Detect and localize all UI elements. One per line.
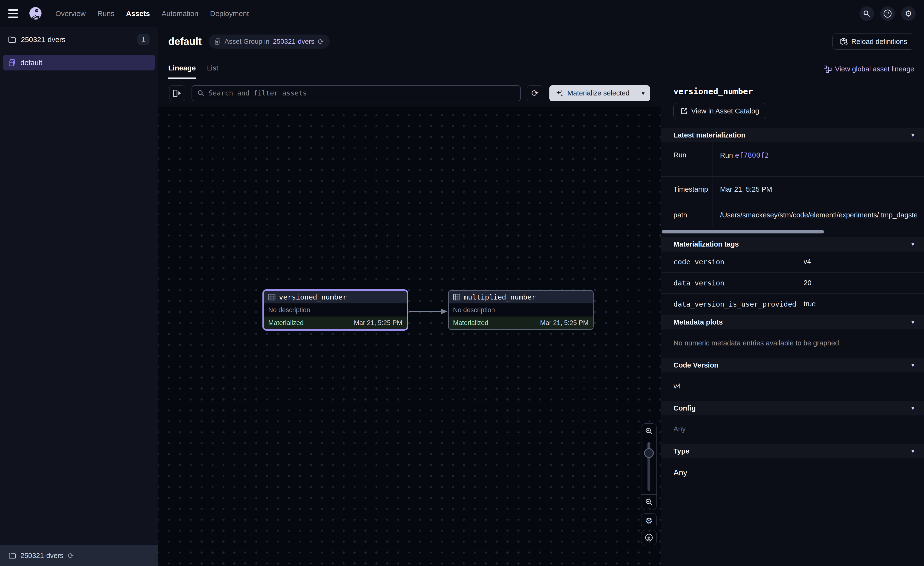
latest-materialization-table: Run Run ef7800f2 Timestamp Mar 21, 5:25 … [662, 142, 924, 228]
asset-group-badge[interactable]: Asset Group in 250321-dvers ⟳ [208, 35, 330, 48]
section-header-latest-materialization[interactable]: Latest materialization ▼ [662, 128, 924, 142]
sync-icon: ⟳ [531, 88, 539, 98]
materialize-selected-button[interactable]: Materialize selected [549, 89, 636, 98]
asset-group-badge-text: Asset Group in [225, 38, 270, 45]
zoom-slider[interactable] [641, 439, 657, 495]
row-key: Run [662, 142, 713, 176]
collapse-sidebar-button[interactable] [169, 85, 185, 101]
folder-icon [8, 36, 16, 43]
materialize-options-caret[interactable]: ▾ [636, 90, 650, 97]
reload-icon[interactable]: ⟳ [318, 38, 324, 46]
reload-definitions-label: Reload definitions [851, 38, 907, 46]
view-in-asset-catalog-label: View in Asset Catalog [691, 107, 759, 115]
search-button[interactable] [860, 6, 874, 21]
tag-value: v4 [796, 251, 924, 272]
run-id-link[interactable]: ef7800f2 [735, 151, 769, 160]
row-key: Timestamp [662, 177, 713, 202]
zoom-in-icon [645, 427, 653, 435]
settings-button[interactable]: ⚙ [901, 6, 916, 21]
refresh-graph-button[interactable]: ⟳ [527, 85, 543, 101]
sidebar-item-default-group[interactable]: default [3, 55, 155, 71]
scrollbar-thumb[interactable] [662, 230, 824, 233]
section-header-materialization-tags[interactable]: Materialization tags ▼ [662, 237, 924, 251]
dagster-logo[interactable] [28, 6, 43, 21]
panel-toggle-icon [173, 90, 182, 97]
horizontal-scrollbar[interactable] [662, 229, 924, 235]
nav-item-assets[interactable]: Assets [126, 9, 150, 18]
chevron-down-icon: ▼ [910, 132, 916, 138]
path-link[interactable]: /Users/smackesey/stm/code/elementl/exper… [720, 211, 917, 219]
table-row: Run Run ef7800f2 [662, 142, 924, 177]
help-button[interactable]: ? [880, 6, 895, 21]
asset-node-versioned-number[interactable]: versioned_number No description Material… [262, 289, 408, 331]
zoom-out-button[interactable] [641, 495, 657, 510]
section-title: Metadata plots [674, 318, 723, 326]
lineage-edge [408, 302, 449, 321]
help-icon: ? [883, 9, 892, 18]
code-version-value: v4 [662, 372, 924, 401]
nav-item-overview[interactable]: Overview [56, 9, 86, 18]
tag-key: data_version [662, 272, 796, 294]
hamburger-menu-icon[interactable] [8, 8, 20, 19]
view-global-asset-lineage-label: View global asset lineage [835, 65, 914, 73]
search-icon [863, 10, 870, 17]
download-icon [645, 533, 653, 542]
materialize-selected-split-button: Materialize selected ▾ [549, 85, 650, 101]
graph-settings-button[interactable]: ⚙ [641, 513, 657, 528]
materialize-sparkle-icon [556, 89, 564, 98]
sidebar-repo-row[interactable]: 250321-dvers 1 [0, 27, 158, 52]
tag-key: code_version [662, 251, 796, 272]
zoom-slider-thumb[interactable] [644, 448, 654, 458]
section-header-type[interactable]: Type ▼ [662, 444, 924, 458]
reload-repo-icon[interactable]: ⟳ [68, 551, 74, 560]
sidebar-footer-label: 250321-dvers [20, 552, 63, 560]
table-icon [453, 294, 460, 301]
reload-definitions-icon [840, 38, 848, 46]
asset-node-multiplied-number[interactable]: multiplied_number No description Materia… [448, 290, 594, 330]
table-row: path /Users/smackesey/stm/code/elementl/… [662, 202, 924, 228]
config-value: Any [662, 415, 924, 444]
download-graph-button[interactable] [641, 530, 657, 545]
asset-node-status-bar: Materialized Mar 21, 5:25 PM [264, 316, 406, 329]
row-value: Mar 21, 5:25 PM [713, 177, 924, 202]
row-value: Run ef7800f2 [713, 142, 924, 176]
lineage-graph-viewport[interactable]: versioned_number No description Material… [158, 107, 661, 566]
asset-node-name: versioned_number [279, 293, 346, 301]
primary-nav: Overview Runs Assets Automation Deployme… [56, 9, 249, 18]
sidebar-repo-label: 250321-dvers [21, 35, 132, 44]
nav-item-automation[interactable]: Automation [162, 9, 198, 18]
asset-group-icon [214, 38, 221, 45]
table-row: code_version v4 [662, 251, 924, 272]
tab-lineage[interactable]: Lineage [168, 64, 196, 79]
asset-count-badge: 1 [137, 34, 150, 45]
chevron-down-icon: ▼ [910, 241, 916, 248]
nav-item-deployment[interactable]: Deployment [210, 9, 249, 18]
asset-detail-title: versioned_number [674, 86, 914, 96]
reload-definitions-button[interactable]: Reload definitions [832, 33, 914, 50]
lineage-toolbar: ⟳ Materialize selected ▾ [158, 79, 661, 107]
section-header-metadata-plots[interactable]: Metadata plots ▼ [662, 315, 924, 330]
materialize-selected-label: Materialize selected [567, 89, 630, 97]
sidebar-footer-repo[interactable]: 250321-dvers ⟳ [0, 545, 158, 566]
top-nav: Overview Runs Assets Automation Deployme… [0, 0, 924, 27]
zoom-in-button[interactable] [641, 424, 657, 439]
section-title: Type [674, 447, 690, 455]
nav-item-runs[interactable]: Runs [98, 9, 114, 18]
sidebar-item-label: default [20, 59, 42, 67]
asset-group-repo-link[interactable]: 250321-dvers [273, 38, 314, 45]
page-title: default [168, 36, 202, 47]
asset-groups-sidebar: 250321-dvers 1 default 250321-dvers ⟳ [0, 27, 158, 566]
section-header-config[interactable]: Config ▼ [662, 401, 924, 415]
tab-list[interactable]: List [207, 64, 218, 79]
table-row: Timestamp Mar 21, 5:25 PM [662, 177, 924, 202]
section-header-code-version[interactable]: Code Version ▼ [662, 358, 924, 372]
view-global-asset-lineage-link[interactable]: View global asset lineage [824, 65, 914, 79]
chevron-down-icon: ▼ [910, 319, 916, 325]
asset-node-status-bar: Materialized Mar 21, 5:25 PM [448, 316, 593, 329]
search-input[interactable] [208, 89, 515, 97]
search-icon [197, 90, 205, 97]
materialization-tags-table: code_version v4 data_version 20 data_ver… [662, 251, 924, 315]
view-in-asset-catalog-button[interactable]: View in Asset Catalog [674, 103, 766, 119]
tag-value: true [796, 294, 924, 315]
section-title: Config [674, 404, 696, 412]
